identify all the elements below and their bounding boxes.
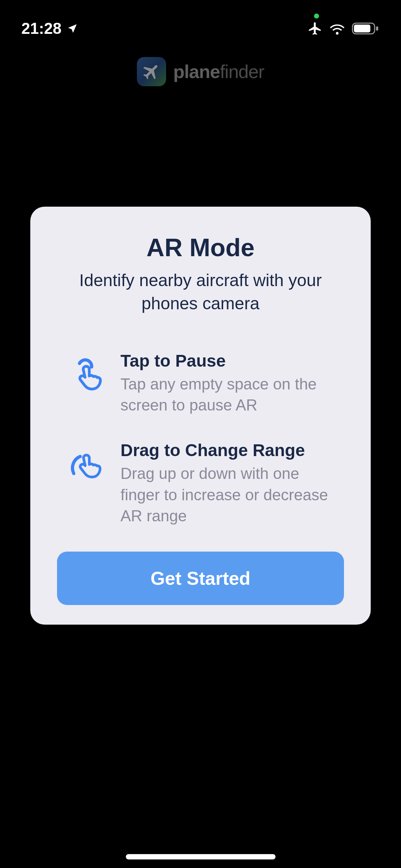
location-arrow-icon (67, 23, 78, 34)
status-left: 21:28 (21, 20, 78, 37)
status-time: 21:28 (21, 20, 62, 37)
battery-icon (352, 22, 380, 35)
camera-indicator-dot (314, 14, 319, 19)
feature-drag-text: Drag to Change Range Drag up or down wit… (120, 440, 342, 526)
ar-mode-modal: AR Mode Identify nearby aircraft with yo… (30, 207, 371, 625)
tap-gesture-icon (64, 355, 107, 397)
feature-tap-title: Tap to Pause (120, 351, 342, 371)
feature-tap-to-pause: Tap to Pause Tap any empty space on the … (48, 351, 353, 416)
status-bar: 21:28 (0, 0, 401, 46)
home-indicator[interactable] (126, 854, 276, 859)
feature-tap-desc: Tap any empty space on the screen to pau… (120, 373, 342, 416)
drag-gesture-icon (64, 444, 107, 487)
app-name-thin: finder (220, 61, 264, 82)
airplane-mode-icon (308, 21, 323, 36)
app-name: planefinder (173, 61, 264, 82)
feature-tap-text: Tap to Pause Tap any empty space on the … (120, 351, 342, 416)
app-name-bold: plane (173, 61, 220, 82)
app-icon (137, 57, 166, 86)
feature-drag-title: Drag to Change Range (120, 440, 342, 460)
wifi-icon (329, 22, 345, 35)
feature-drag-range: Drag to Change Range Drag up or down wit… (48, 440, 353, 526)
status-right (308, 21, 380, 36)
feature-drag-desc: Drag up or down with one finger to incre… (120, 463, 342, 526)
svg-rect-2 (376, 26, 378, 31)
get-started-button[interactable]: Get Started (57, 552, 344, 605)
modal-subtitle: Identify nearby aircraft with your phone… (48, 269, 353, 315)
modal-title: AR Mode (48, 233, 353, 262)
svg-rect-1 (354, 25, 370, 32)
app-logo-area: planefinder (0, 57, 401, 86)
